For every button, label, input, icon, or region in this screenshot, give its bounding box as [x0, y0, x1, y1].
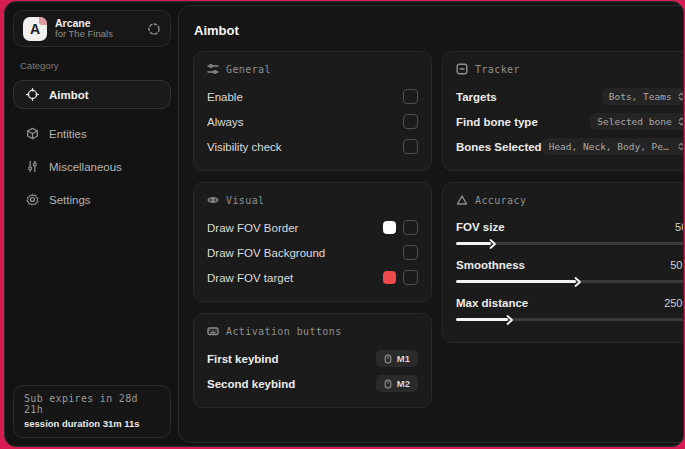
slider-row-smoothness: Smoothness 50.0 — [456, 254, 684, 283]
first-keybind-button[interactable]: M1 — [376, 350, 418, 367]
slider-value: 50.0 — [670, 259, 684, 271]
draw-fov-target-checkbox[interactable] — [403, 270, 418, 285]
card-title-text: Accuracy — [475, 195, 526, 206]
slider-fill — [456, 280, 576, 283]
slider-row-fov-size: FOV size 50° — [456, 216, 684, 245]
setting-row-draw-fov-target: Draw FOV target — [207, 266, 418, 289]
setting-label: Always — [207, 116, 243, 128]
setting-label: Draw FOV Border — [207, 222, 298, 234]
page-title: Aimbot — [194, 23, 684, 38]
visibility-check-checkbox[interactable] — [403, 139, 418, 154]
smoothness-slider[interactable] — [456, 280, 684, 283]
brand-initial: A — [30, 21, 40, 37]
setting-label: First keybind — [207, 353, 279, 365]
chevron-up-down-icon — [678, 92, 684, 101]
fov-border-color-swatch[interactable] — [383, 221, 396, 234]
tracker-card-title: Tracker — [456, 63, 684, 75]
setting-row-bones-selected: Bones Selected Head, Neck, Body, Pe... — [456, 135, 684, 158]
setting-label: Enable — [207, 91, 243, 103]
setting-row-second-keybind: Second keybind M2 — [207, 372, 418, 395]
targets-dropdown[interactable]: Bots, Teams — [602, 88, 684, 105]
draw-fov-background-checkbox[interactable] — [403, 245, 418, 260]
category-label: Category — [20, 60, 171, 71]
subscription-info-box: Sub expires in 28d 21h session duration … — [13, 385, 171, 438]
setting-label: Draw FOV Background — [207, 247, 325, 259]
slider-row-max-distance: Max distance 250m — [456, 292, 684, 321]
slider-fill — [456, 318, 508, 321]
setting-label: Targets — [456, 91, 497, 103]
cards-grid: General Enable Always Visibility check — [193, 51, 684, 408]
sub-expiry-text: Sub expires in 28d 21h — [24, 393, 160, 415]
visual-card: Visual Draw FOV Border Draw FOV Backgrou… — [193, 182, 432, 302]
slider-thumb[interactable] — [506, 314, 514, 326]
card-title-text: Activation buttons — [226, 326, 342, 337]
minus-square-icon — [456, 63, 468, 75]
left-column: General Enable Always Visibility check — [193, 51, 432, 408]
slider-fill — [456, 242, 491, 245]
sidebar-item-miscellaneous[interactable]: Miscellaneous — [13, 152, 171, 181]
slider-thumb[interactable] — [574, 276, 582, 288]
setting-row-enable: Enable — [207, 85, 418, 108]
sidebar-item-settings[interactable]: Settings — [13, 185, 171, 214]
sidebar-item-entities[interactable]: Entities — [13, 119, 171, 148]
setting-label: Second keybind — [207, 378, 295, 390]
bones-selected-dropdown[interactable]: Head, Neck, Body, Pe... — [542, 138, 684, 155]
setting-label: Find bone type — [456, 116, 538, 128]
slider-thumb[interactable] — [489, 238, 497, 250]
app-window: A Arcane for The Finals Category Aimbot … — [4, 1, 684, 447]
draw-fov-border-checkbox[interactable] — [403, 220, 418, 235]
brand-header: A Arcane for The Finals — [13, 10, 171, 47]
setting-row-first-keybind: First keybind M1 — [207, 347, 418, 370]
second-keybind-button[interactable]: M2 — [376, 375, 418, 392]
general-card-title: General — [207, 63, 418, 75]
tracker-card: Tracker Targets Bots, Teams Find bone ty… — [442, 51, 684, 171]
sidebar-item-aimbot[interactable]: Aimbot — [13, 80, 171, 109]
setting-row-targets: Targets Bots, Teams — [456, 85, 684, 108]
main-panel: Aimbot General Enable Always — [178, 5, 684, 443]
slider-label: Max distance — [456, 297, 528, 309]
activation-card-title: Activation buttons — [207, 325, 418, 337]
keyboard-icon — [207, 325, 219, 337]
brand-text: Arcane for The Finals — [55, 17, 139, 40]
card-title-text: General — [226, 64, 271, 75]
crosshair-icon — [26, 88, 39, 101]
sliders-icon — [26, 160, 39, 173]
setting-label: Bones Selected — [456, 141, 542, 153]
sidebar-item-label: Settings — [49, 194, 91, 206]
cube-icon — [26, 127, 39, 140]
slider-label: FOV size — [456, 221, 505, 233]
setting-row-always: Always — [207, 110, 418, 133]
brand-logo: A — [23, 17, 47, 41]
max-distance-slider[interactable] — [456, 318, 684, 321]
keybind-value: M1 — [397, 353, 410, 364]
setting-row-visibility-check: Visibility check — [207, 135, 418, 158]
slider-value: 50° — [675, 221, 684, 233]
session-duration-text: session duration 31m 11s — [24, 418, 160, 429]
mixer-icon — [207, 63, 219, 75]
gear-icon — [26, 193, 39, 206]
mouse-icon — [384, 379, 392, 389]
find-bone-type-dropdown[interactable]: Selected bone — [590, 113, 684, 130]
setting-label: Draw FOV target — [207, 272, 293, 284]
fov-size-slider[interactable] — [456, 242, 684, 245]
always-checkbox[interactable] — [403, 114, 418, 129]
setting-row-find-bone-type: Find bone type Selected bone — [456, 110, 684, 133]
sidebar-item-label: Entities — [49, 128, 87, 140]
sidebar: A Arcane for The Finals Category Aimbot … — [5, 2, 177, 446]
visual-card-title: Visual — [207, 194, 418, 206]
card-title-text: Visual — [226, 195, 265, 206]
right-column: Tracker Targets Bots, Teams Find bone ty… — [442, 51, 684, 343]
dropdown-value: Head, Neck, Body, Pe... — [549, 141, 672, 152]
setting-label: Visibility check — [207, 141, 282, 153]
setting-row-draw-fov-background: Draw FOV Background — [207, 241, 418, 264]
eye-icon — [207, 194, 219, 206]
card-title-text: Tracker — [475, 64, 520, 75]
fov-target-color-swatch[interactable] — [383, 271, 396, 284]
slider-label: Smoothness — [456, 259, 525, 271]
general-card: General Enable Always Visibility check — [193, 51, 432, 171]
brand-subtitle: for The Finals — [55, 29, 139, 40]
spinner-icon[interactable] — [147, 22, 161, 36]
dropdown-value: Bots, Teams — [609, 91, 672, 102]
slider-value: 250m — [664, 297, 684, 309]
enable-checkbox[interactable] — [403, 89, 418, 104]
